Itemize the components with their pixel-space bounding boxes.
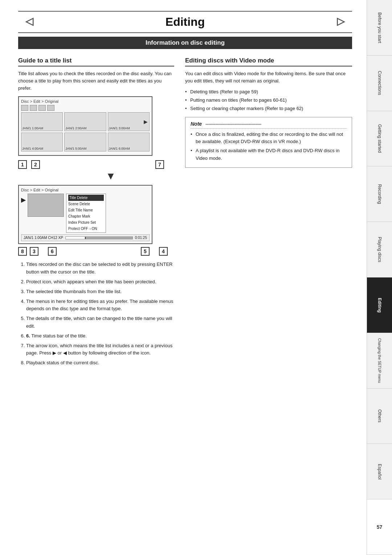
list-item-4: The menus in here for editing titles as … <box>26 298 174 313</box>
sidebar-tab-recording[interactable]: Recording <box>367 166 392 222</box>
sidebar-tab-playing-discs[interactable]: Playing discs <box>367 222 392 278</box>
menu-item-chapter-mark: Chapter Mark <box>68 213 104 219</box>
screen2-bottom-bar: JAN/1 1:00AM CH12 XP 0:01:25 <box>21 234 150 241</box>
list-item-8: Playback status of the current disc. <box>26 359 174 367</box>
num-label-7: 7 <box>155 160 164 169</box>
selected-thumb <box>28 194 64 217</box>
progress-bar <box>65 236 133 239</box>
num-label-1: 1 <box>18 160 27 169</box>
bullet-2: Putting names on titles (Refer to pages … <box>185 97 352 104</box>
screen-diagram-1: Disc > Edit > Original JAN/1 1:00AM JAN/… <box>18 96 152 156</box>
right-body-text: You can edit discs with Video mode for t… <box>185 70 352 85</box>
note-title: Note •••••••••••••••••••••••••••••••••••… <box>191 121 347 129</box>
main-content: Editing Information on disc editing Guid… <box>0 0 367 555</box>
menu-item-edit-title-name: Edit Title Name <box>68 207 104 213</box>
sidebar-tab-getting-started[interactable]: Getting started <box>367 111 392 167</box>
list-item-5: The details of the title, which can be c… <box>26 315 174 330</box>
sidebar-tab-espanol[interactable]: Español <box>367 444 392 499</box>
thumb-5: JAN/1 5:00AM <box>64 133 106 151</box>
num-label-8: 8 <box>18 247 27 256</box>
sidebar-tab-setup-menu[interactable]: Changing the SETUP menu <box>367 333 392 389</box>
thumb-4: JAN/1 4:00AM <box>21 133 63 151</box>
arrow-down: ▼ <box>47 170 174 182</box>
list-item-1: Titles recorded on the disc can be selec… <box>26 261 174 276</box>
list-item-3: The selected title thumbnails from the t… <box>26 288 174 296</box>
num-label-5: 5 <box>141 247 150 256</box>
list-item-2: Protect icon, which appears when the tit… <box>26 278 174 286</box>
page-number: 57 <box>367 499 392 555</box>
num-label-3: 3 <box>30 247 38 256</box>
list-item-6: 6. Time status bar of the title. <box>26 332 174 340</box>
right-heading: Editing discs with Video mode <box>185 57 352 66</box>
menu-item-scene-delete: Scene Delete <box>68 201 104 207</box>
list-item-7: The arrow icon, which means the title li… <box>26 342 174 357</box>
menu-item-title-delete: Title Delete <box>68 195 104 201</box>
page-title: Editing <box>18 11 352 33</box>
right-column: Editing discs with Video mode You can ed… <box>185 57 352 369</box>
nav-arrow-right: ▶ <box>144 119 148 125</box>
progress-bar-fill <box>66 237 86 239</box>
note-box: Note •••••••••••••••••••••••••••••••••••… <box>185 117 352 168</box>
numbered-list: Titles recorded on the disc can be selec… <box>18 261 174 367</box>
num-label-2: 2 <box>31 160 40 169</box>
num-label-4: 4 <box>159 247 168 256</box>
menu-item-protect: Protect OFF→ON <box>68 226 104 232</box>
note-item-2: A playlist is not available with the DVD… <box>191 147 347 162</box>
note-item-1: Once a disc is finalized, editing the di… <box>191 131 347 146</box>
two-column-layout: Guide to a title list Title list allows … <box>18 57 352 369</box>
sidebar-tab-connections[interactable]: Connections <box>367 56 392 111</box>
bullet-3: Setting or clearing chapter markers (Ref… <box>185 105 352 113</box>
menu-item-index-picture-set: Index Picture Set <box>68 219 104 226</box>
toolbar-btn-1 <box>21 105 28 111</box>
left-body-text: Title list allows you to check the title… <box>18 70 174 92</box>
sidebar-tab-editing[interactable]: Editing <box>367 278 392 333</box>
diagram-numbers-row2: 8 3 6 5 4 <box>18 247 174 256</box>
toolbar-btn-3 <box>38 105 46 111</box>
screen1-toolbar <box>21 105 150 111</box>
thumb-6: JAN/1 6:00AM <box>108 133 150 151</box>
section-header: Information on disc editing <box>18 37 352 49</box>
context-menu: Title Delete Scene Delete Edit Title Nam… <box>66 194 106 233</box>
right-sidebar: Before you start Connections Getting sta… <box>367 0 392 555</box>
thumb-2: JAN/1 2:00AM <box>64 112 106 131</box>
play-button: ▶ <box>21 197 25 203</box>
left-heading: Guide to a title list <box>18 57 174 66</box>
toolbar-btn-4 <box>47 105 54 111</box>
diagram-numbers-row1: 1 2 7 <box>18 160 174 169</box>
left-column: Guide to a title list Title list allows … <box>18 57 174 369</box>
num-label-6: 6 <box>48 247 57 256</box>
thumb-1: JAN/1 1:00AM <box>21 112 63 131</box>
toolbar-btn-2 <box>30 105 37 111</box>
screen1-grid: JAN/1 1:00AM JAN/1 2:00AM JAN/1 3:00AM ▶… <box>21 112 150 151</box>
bullet-1: Deleting titles (Refer to page 59) <box>185 88 352 96</box>
thumb-3: JAN/1 3:00AM ▶ <box>108 112 150 131</box>
screen-diagram-2: Disc > Edit > Original ▶ Title Delete Sc… <box>18 185 152 244</box>
sidebar-tab-others[interactable]: Others <box>367 389 392 444</box>
screen1-breadcrumb: Disc > Edit > Original <box>21 99 150 104</box>
screen2-breadcrumb: Disc > Edit > Original <box>21 188 150 192</box>
sidebar-tab-before-you-start[interactable]: Before you start <box>367 0 392 56</box>
